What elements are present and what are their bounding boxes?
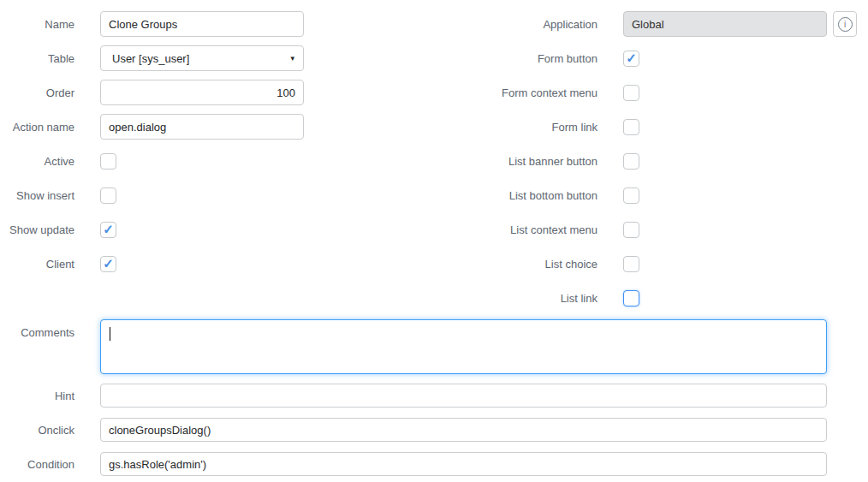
action-name-input[interactable] [100,114,304,140]
field-row-show-insert: Show insert [0,178,304,212]
onclick-input[interactable] [100,418,827,442]
list-bottom-button-label: List bottom button [462,189,597,202]
onclick-label: Onclick [0,424,74,437]
client-label: Client [0,258,74,271]
active-checkbox[interactable] [100,153,116,170]
condition-label: Condition [0,458,74,471]
field-row-form-button: Form button [462,41,857,75]
field-row-order: Order [0,75,304,110]
field-row-onclick: Onclick [0,418,827,442]
list-banner-button-checkbox[interactable] [623,153,639,170]
list-link-checkbox[interactable] [623,290,639,306]
field-row-application: Application i [462,7,857,41]
order-label: Order [0,86,74,99]
field-row-list-bottom-button: List bottom button [462,178,857,212]
hint-label: Hint [0,390,74,402]
list-context-menu-label: List context menu [462,223,597,236]
show-update-label: Show update [0,223,74,236]
field-row-hint: Hint [0,384,827,408]
form-button-label: Form button [462,52,597,65]
table-select[interactable]: User [sys_user] ▾ [100,45,304,71]
field-row-list-link: List link [462,281,857,315]
form-link-checkbox[interactable] [623,119,639,135]
field-row-list-choice: List choice [462,247,857,281]
info-icon: i [838,17,853,32]
list-bottom-button-checkbox[interactable] [623,187,639,204]
client-checkbox[interactable] [100,256,116,272]
chevron-down-icon: ▾ [290,54,294,62]
show-insert-checkbox[interactable] [100,187,116,204]
condition-input[interactable] [100,452,827,476]
comments-wrapper [100,319,827,377]
field-row-name: Name [0,7,304,41]
list-banner-button-label: List banner button [462,155,597,168]
show-update-checkbox[interactable] [100,222,116,238]
field-row-list-context-menu: List context menu [462,212,857,247]
hint-input[interactable] [100,384,827,408]
order-input[interactable] [100,80,304,105]
list-link-label: List link [462,292,597,305]
application-input [623,11,827,37]
table-select-value: User [sys_user] [112,52,189,65]
field-row-action-name: Action name [0,110,304,144]
name-input[interactable] [100,11,304,37]
list-context-menu-checkbox[interactable] [623,222,639,238]
field-row-list-banner-button: List banner button [462,144,857,178]
field-row-show-update: Show update [0,212,304,247]
ui-action-form: Name Table User [sys_user] ▾ Order Actio… [0,0,868,482]
table-label: Table [0,52,74,65]
field-row-form-context-menu: Form context menu [462,75,857,110]
text-cursor [110,327,110,341]
field-row-active: Active [0,144,304,178]
comments-label: Comments [0,319,74,339]
comments-textarea[interactable] [100,319,827,374]
field-row-client: Client [0,247,304,281]
left-column: Name Table User [sys_user] ▾ Order Actio… [0,7,304,281]
list-choice-checkbox[interactable] [623,256,639,272]
form-context-menu-checkbox[interactable] [623,85,639,101]
form-context-menu-label: Form context menu [462,86,597,99]
form-button-checkbox[interactable] [623,51,639,67]
active-label: Active [0,155,74,168]
application-label: Application [462,18,597,31]
field-row-condition: Condition [0,452,827,476]
action-name-label: Action name [0,121,74,134]
field-row-table: Table User [sys_user] ▾ [0,41,304,75]
field-row-form-link: Form link [462,110,857,144]
application-info-button[interactable]: i [833,11,857,37]
field-row-comments: Comments [0,319,827,377]
right-column: Application i Form button Form context m… [462,7,857,315]
show-insert-label: Show insert [0,189,74,202]
name-label: Name [0,18,74,31]
list-choice-label: List choice [462,258,597,271]
form-link-label: Form link [462,121,597,134]
